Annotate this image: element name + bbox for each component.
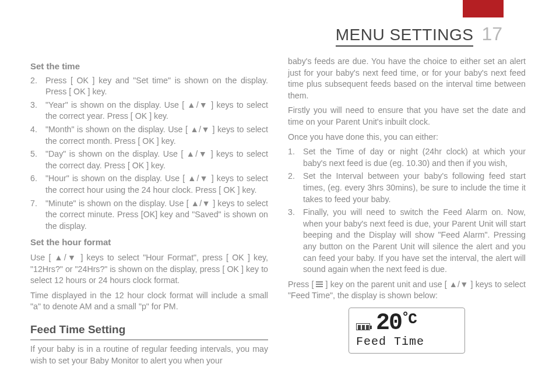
paragraph: Once you have done this, you can either: <box>288 132 526 143</box>
heading-hour-format: Set the hour format <box>30 236 268 249</box>
menu-icon <box>316 280 323 288</box>
paragraph: Use [ ▲/▼ ] keys to select "Hour Format"… <box>30 252 268 287</box>
list-item: 1.Set the Time of day or night (24hr clo… <box>288 146 526 169</box>
paragraph: Press [ ] key on the parent unit and use… <box>288 279 526 302</box>
paragraph: Time displayed in the 12 hour clock form… <box>30 290 268 313</box>
steps-feed: 1.Set the Time of day or night (24hr clo… <box>288 146 526 276</box>
paragraph: Firstly you will need to ensure that you… <box>288 105 526 128</box>
list-item: 3."Year" is shown on the display. Use [ … <box>30 100 268 122</box>
list-item: 5."Day" is shown on the display. Use [ ▲… <box>30 149 268 171</box>
list-item: 3.Finally, you will need to switch the F… <box>288 207 526 276</box>
list-item: 6."Hour" is shown on the display. Use [ … <box>30 173 268 196</box>
header-accent-block <box>463 0 504 17</box>
heading-feed-time: Feed Time Setting <box>30 322 268 340</box>
steps-set-time: 2.Press [ OK ] key and "Set time" is sho… <box>30 75 268 232</box>
lcd-temperature: 20°C <box>376 313 416 333</box>
battery-icon <box>356 323 370 330</box>
page-title: MENU SETTINGS <box>336 26 474 47</box>
page-number: 17 <box>481 23 502 45</box>
list-item: 7."Minute" is shown on the display. Use … <box>30 198 268 232</box>
lcd-label: Feed Time <box>356 334 458 350</box>
page-header: MENU SETTINGS 17 <box>0 23 556 47</box>
paragraph: baby's feeds are due. You have the choic… <box>288 56 526 101</box>
lcd-display: 20°C Feed Time <box>349 308 465 354</box>
list-item: 4."Month" is shown on the display. Use [… <box>30 124 268 147</box>
body-columns: Set the time 2.Press [ OK ] key and "Set… <box>30 56 526 375</box>
paragraph: If your baby is in a routine of regular … <box>30 344 268 366</box>
heading-set-time: Set the time <box>30 61 268 73</box>
list-item: 2.Set the Interval between your baby's f… <box>288 171 526 205</box>
list-item: 2.Press [ OK ] key and "Set time" is sho… <box>30 75 268 98</box>
